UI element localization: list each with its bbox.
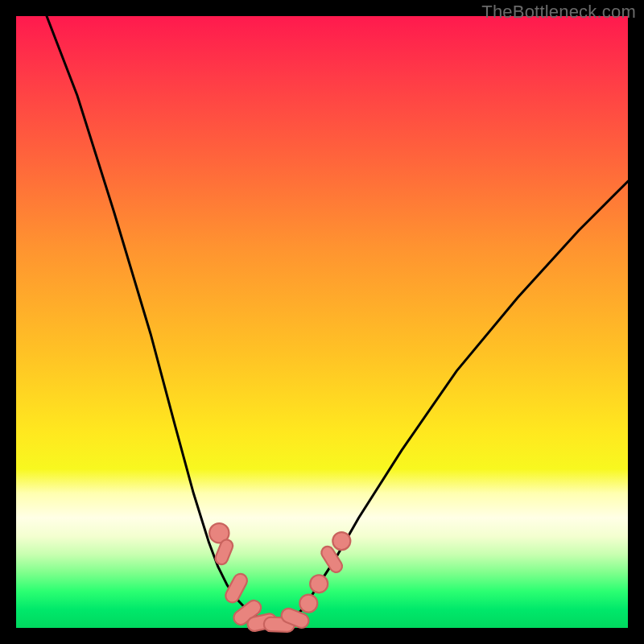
marker-circle-10: [332, 532, 350, 550]
chart-markers: [209, 523, 350, 632]
chart-svg: [16, 16, 628, 628]
marker-circle-7: [299, 595, 317, 613]
marker-circle-8: [310, 575, 328, 592]
curve-left-curve: [47, 16, 279, 624]
marker-capsule-2: [223, 572, 250, 605]
svg-rect-1: [223, 572, 250, 605]
